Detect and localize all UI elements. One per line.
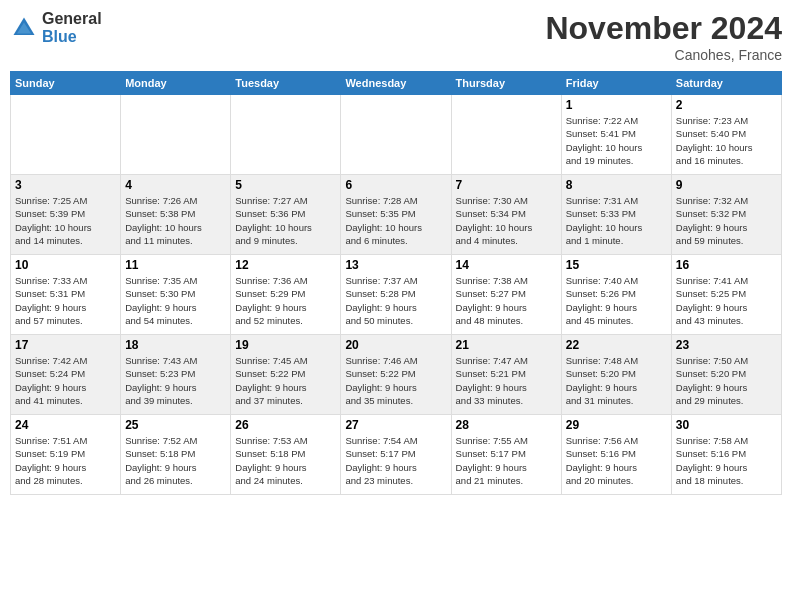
- day-number: 27: [345, 418, 446, 432]
- day-info: Sunrise: 7:36 AM Sunset: 5:29 PM Dayligh…: [235, 274, 336, 327]
- calendar-cell: 29Sunrise: 7:56 AM Sunset: 5:16 PM Dayli…: [561, 415, 671, 495]
- calendar-cell: 14Sunrise: 7:38 AM Sunset: 5:27 PM Dayli…: [451, 255, 561, 335]
- day-info: Sunrise: 7:38 AM Sunset: 5:27 PM Dayligh…: [456, 274, 557, 327]
- day-info: Sunrise: 7:48 AM Sunset: 5:20 PM Dayligh…: [566, 354, 667, 407]
- day-info: Sunrise: 7:54 AM Sunset: 5:17 PM Dayligh…: [345, 434, 446, 487]
- calendar-cell: 2Sunrise: 7:23 AM Sunset: 5:40 PM Daylig…: [671, 95, 781, 175]
- weekday-header-tuesday: Tuesday: [231, 72, 341, 95]
- day-number: 3: [15, 178, 116, 192]
- day-info: Sunrise: 7:43 AM Sunset: 5:23 PM Dayligh…: [125, 354, 226, 407]
- day-number: 2: [676, 98, 777, 112]
- day-number: 18: [125, 338, 226, 352]
- calendar-cell: 19Sunrise: 7:45 AM Sunset: 5:22 PM Dayli…: [231, 335, 341, 415]
- calendar-week-row: 24Sunrise: 7:51 AM Sunset: 5:19 PM Dayli…: [11, 415, 782, 495]
- day-number: 17: [15, 338, 116, 352]
- day-info: Sunrise: 7:25 AM Sunset: 5:39 PM Dayligh…: [15, 194, 116, 247]
- calendar-cell: 30Sunrise: 7:58 AM Sunset: 5:16 PM Dayli…: [671, 415, 781, 495]
- day-number: 28: [456, 418, 557, 432]
- logo: General Blue: [10, 10, 102, 46]
- day-number: 23: [676, 338, 777, 352]
- logo-text: General Blue: [42, 10, 102, 46]
- calendar-cell: 8Sunrise: 7:31 AM Sunset: 5:33 PM Daylig…: [561, 175, 671, 255]
- page-header: General Blue November 2024 Canohes, Fran…: [10, 10, 782, 63]
- day-number: 30: [676, 418, 777, 432]
- day-number: 10: [15, 258, 116, 272]
- calendar-week-row: 17Sunrise: 7:42 AM Sunset: 5:24 PM Dayli…: [11, 335, 782, 415]
- calendar-cell: 3Sunrise: 7:25 AM Sunset: 5:39 PM Daylig…: [11, 175, 121, 255]
- calendar-cell: 17Sunrise: 7:42 AM Sunset: 5:24 PM Dayli…: [11, 335, 121, 415]
- location: Canohes, France: [545, 47, 782, 63]
- day-number: 16: [676, 258, 777, 272]
- day-number: 9: [676, 178, 777, 192]
- day-number: 11: [125, 258, 226, 272]
- calendar-cell: 26Sunrise: 7:53 AM Sunset: 5:18 PM Dayli…: [231, 415, 341, 495]
- day-info: Sunrise: 7:42 AM Sunset: 5:24 PM Dayligh…: [15, 354, 116, 407]
- day-info: Sunrise: 7:32 AM Sunset: 5:32 PM Dayligh…: [676, 194, 777, 247]
- calendar-cell: 4Sunrise: 7:26 AM Sunset: 5:38 PM Daylig…: [121, 175, 231, 255]
- day-info: Sunrise: 7:37 AM Sunset: 5:28 PM Dayligh…: [345, 274, 446, 327]
- day-info: Sunrise: 7:50 AM Sunset: 5:20 PM Dayligh…: [676, 354, 777, 407]
- calendar-cell: 21Sunrise: 7:47 AM Sunset: 5:21 PM Dayli…: [451, 335, 561, 415]
- calendar-cell: 5Sunrise: 7:27 AM Sunset: 5:36 PM Daylig…: [231, 175, 341, 255]
- weekday-header-saturday: Saturday: [671, 72, 781, 95]
- day-info: Sunrise: 7:23 AM Sunset: 5:40 PM Dayligh…: [676, 114, 777, 167]
- day-number: 29: [566, 418, 667, 432]
- calendar-cell: 7Sunrise: 7:30 AM Sunset: 5:34 PM Daylig…: [451, 175, 561, 255]
- day-info: Sunrise: 7:31 AM Sunset: 5:33 PM Dayligh…: [566, 194, 667, 247]
- calendar-cell: [11, 95, 121, 175]
- calendar-cell: 6Sunrise: 7:28 AM Sunset: 5:35 PM Daylig…: [341, 175, 451, 255]
- calendar-cell: 13Sunrise: 7:37 AM Sunset: 5:28 PM Dayli…: [341, 255, 451, 335]
- day-info: Sunrise: 7:26 AM Sunset: 5:38 PM Dayligh…: [125, 194, 226, 247]
- day-number: 1: [566, 98, 667, 112]
- calendar-cell: 18Sunrise: 7:43 AM Sunset: 5:23 PM Dayli…: [121, 335, 231, 415]
- calendar-cell: 11Sunrise: 7:35 AM Sunset: 5:30 PM Dayli…: [121, 255, 231, 335]
- day-number: 12: [235, 258, 336, 272]
- calendar-cell: 16Sunrise: 7:41 AM Sunset: 5:25 PM Dayli…: [671, 255, 781, 335]
- day-number: 22: [566, 338, 667, 352]
- day-info: Sunrise: 7:41 AM Sunset: 5:25 PM Dayligh…: [676, 274, 777, 327]
- day-info: Sunrise: 7:52 AM Sunset: 5:18 PM Dayligh…: [125, 434, 226, 487]
- calendar-cell: [121, 95, 231, 175]
- day-number: 21: [456, 338, 557, 352]
- day-info: Sunrise: 7:40 AM Sunset: 5:26 PM Dayligh…: [566, 274, 667, 327]
- weekday-header-sunday: Sunday: [11, 72, 121, 95]
- calendar-cell: 22Sunrise: 7:48 AM Sunset: 5:20 PM Dayli…: [561, 335, 671, 415]
- day-info: Sunrise: 7:55 AM Sunset: 5:17 PM Dayligh…: [456, 434, 557, 487]
- day-info: Sunrise: 7:53 AM Sunset: 5:18 PM Dayligh…: [235, 434, 336, 487]
- logo-icon: [10, 14, 38, 42]
- day-number: 6: [345, 178, 446, 192]
- calendar-header: SundayMondayTuesdayWednesdayThursdayFrid…: [11, 72, 782, 95]
- calendar-cell: 25Sunrise: 7:52 AM Sunset: 5:18 PM Dayli…: [121, 415, 231, 495]
- day-info: Sunrise: 7:30 AM Sunset: 5:34 PM Dayligh…: [456, 194, 557, 247]
- day-number: 25: [125, 418, 226, 432]
- day-info: Sunrise: 7:33 AM Sunset: 5:31 PM Dayligh…: [15, 274, 116, 327]
- weekday-header-monday: Monday: [121, 72, 231, 95]
- calendar-cell: 12Sunrise: 7:36 AM Sunset: 5:29 PM Dayli…: [231, 255, 341, 335]
- calendar-cell: 9Sunrise: 7:32 AM Sunset: 5:32 PM Daylig…: [671, 175, 781, 255]
- day-number: 13: [345, 258, 446, 272]
- day-number: 26: [235, 418, 336, 432]
- day-number: 19: [235, 338, 336, 352]
- calendar-cell: [451, 95, 561, 175]
- calendar-cell: 1Sunrise: 7:22 AM Sunset: 5:41 PM Daylig…: [561, 95, 671, 175]
- day-number: 24: [15, 418, 116, 432]
- title-block: November 2024 Canohes, France: [545, 10, 782, 63]
- day-number: 4: [125, 178, 226, 192]
- calendar-cell: 15Sunrise: 7:40 AM Sunset: 5:26 PM Dayli…: [561, 255, 671, 335]
- day-info: Sunrise: 7:56 AM Sunset: 5:16 PM Dayligh…: [566, 434, 667, 487]
- calendar-cell: 10Sunrise: 7:33 AM Sunset: 5:31 PM Dayli…: [11, 255, 121, 335]
- calendar-cell: 20Sunrise: 7:46 AM Sunset: 5:22 PM Dayli…: [341, 335, 451, 415]
- calendar-week-row: 1Sunrise: 7:22 AM Sunset: 5:41 PM Daylig…: [11, 95, 782, 175]
- weekday-header-friday: Friday: [561, 72, 671, 95]
- calendar-cell: 23Sunrise: 7:50 AM Sunset: 5:20 PM Dayli…: [671, 335, 781, 415]
- calendar-cell: 28Sunrise: 7:55 AM Sunset: 5:17 PM Dayli…: [451, 415, 561, 495]
- day-number: 5: [235, 178, 336, 192]
- month-title: November 2024: [545, 10, 782, 47]
- day-info: Sunrise: 7:46 AM Sunset: 5:22 PM Dayligh…: [345, 354, 446, 407]
- day-info: Sunrise: 7:27 AM Sunset: 5:36 PM Dayligh…: [235, 194, 336, 247]
- day-info: Sunrise: 7:45 AM Sunset: 5:22 PM Dayligh…: [235, 354, 336, 407]
- calendar-table: SundayMondayTuesdayWednesdayThursdayFrid…: [10, 71, 782, 495]
- day-number: 20: [345, 338, 446, 352]
- weekday-header-wednesday: Wednesday: [341, 72, 451, 95]
- day-number: 8: [566, 178, 667, 192]
